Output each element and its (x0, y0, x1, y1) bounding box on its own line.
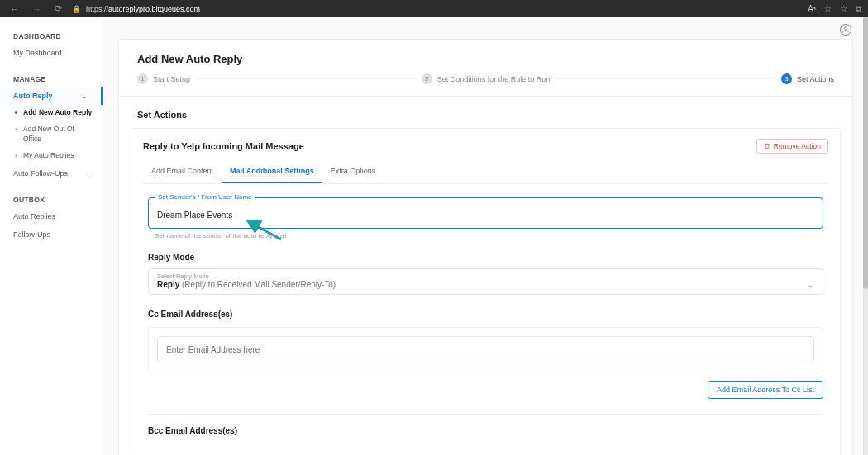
reply-mode-select[interactable]: Select Reply Mode Reply (Reply to Receiv… (148, 268, 823, 295)
step-connector (555, 78, 776, 79)
section-divider (148, 414, 823, 415)
sidebar-sub-add-new-auto-reply[interactable]: Add New Auto Reply (0, 105, 103, 121)
page-title: Add New Auto Reply (119, 40, 852, 73)
step-number: 1 (137, 73, 148, 84)
browser-toolbar: ← → ⟳ 🔒 https://autoreplypro.bitqueues.c… (0, 0, 868, 17)
sidebar-item-auto-reply[interactable]: Auto Reply ⌄ (0, 87, 103, 105)
tab-mail-additional-settings[interactable]: Mail Additional Settings (222, 160, 322, 183)
remove-action-label: Remove Action (774, 142, 821, 150)
remove-action-button[interactable]: Remove Action (756, 139, 828, 154)
trash-icon (764, 143, 770, 149)
collections-icon[interactable]: ⧉ (856, 4, 861, 14)
url-text: https://autoreplypro.bitqueues.com (86, 5, 200, 13)
sidebar-heading-dashboard: DASHBOARD (0, 27, 103, 44)
address-bar[interactable]: 🔒 https://autoreplypro.bitqueues.com (72, 5, 801, 13)
chevron-down-icon: ⌄ (808, 281, 814, 289)
step-label: Start Setup (153, 75, 190, 83)
sidebar-heading-manage: MANAGE (0, 70, 103, 87)
tab-extra-options[interactable]: Extra Options (322, 160, 384, 183)
sidebar-sub-label: Add New Auto Reply (23, 108, 92, 116)
url-domain: autoreplypro.bitqueues.com (108, 5, 200, 13)
sidebar-item-label: Auto Replies (13, 212, 55, 220)
sidebar-item-label: Auto Follow-Ups (13, 169, 68, 178)
forward-icon: → (29, 4, 45, 14)
lock-icon: 🔒 (72, 5, 81, 13)
scrollbar-thumb[interactable] (863, 17, 868, 289)
sidebar-item-my-dashboard[interactable]: My Dashboard (0, 44, 103, 62)
add-cc-button[interactable]: Add Email Address To Cc List (708, 381, 823, 399)
sidebar-sub-label: Add New Out Of Office (23, 125, 74, 143)
sidebar-item-label: Auto Reply (13, 92, 53, 100)
sender-name-field: Set Sender's / From User Name Set name o… (148, 197, 823, 239)
sender-name-input[interactable] (157, 211, 814, 220)
cc-address-box (148, 327, 823, 372)
favorites-star-icon[interactable]: ☆ (824, 4, 832, 13)
page-card: Add New Auto Reply 1 Start Setup 2 Set C… (118, 39, 853, 455)
refresh-icon[interactable]: ⟳ (51, 3, 65, 14)
main-content: Add New Auto Reply 1 Start Setup 2 Set C… (103, 17, 868, 455)
sender-help-text: Set name of the sender of the auto reply… (155, 232, 823, 239)
back-icon[interactable]: ← (7, 4, 22, 14)
sidebar-item-label: Follow-Ups (13, 230, 50, 239)
cc-label: Cc Email Address(es) (148, 310, 823, 319)
cc-email-input[interactable] (157, 336, 814, 363)
sidebar-sub-my-auto-replies[interactable]: My Auto Replies (0, 148, 103, 164)
sidebar-item-label: My Dashboard (13, 49, 62, 57)
tabs: Add Email Content Mail Additional Settin… (143, 160, 828, 184)
step-set-actions[interactable]: 3 Set Actions (781, 73, 834, 84)
step-start-setup[interactable]: 1 Start Setup (137, 73, 190, 84)
step-connector (195, 78, 417, 79)
vertical-scrollbar[interactable] (863, 17, 868, 455)
sidebar-heading-outbox: OUTBOX (0, 191, 103, 207)
step-label: Set Conditions for the Rule to Run (437, 75, 551, 83)
step-label: Set Actions (797, 75, 834, 83)
step-set-conditions[interactable]: 2 Set Conditions for the Rule to Run (422, 73, 551, 84)
sidebar-item-outbox-follow-ups[interactable]: Follow-Ups (0, 225, 103, 244)
browser-right-icons: A˞ ☆ ☆ ⧉ (808, 4, 861, 14)
action-card: Reply to Yelp Incoming Mail Message Remo… (131, 128, 841, 455)
sidebar: DASHBOARD My Dashboard MANAGE Auto Reply… (0, 17, 103, 455)
step-number: 2 (422, 73, 432, 84)
stepper: 1 Start Setup 2 Set Conditions for the R… (119, 73, 852, 97)
action-title: Reply to Yelp Incoming Mail Message (143, 141, 304, 151)
sidebar-sub-label: My Auto Replies (23, 151, 74, 159)
text-size-icon[interactable]: A˞ (808, 4, 816, 13)
step-number: 3 (781, 73, 792, 84)
select-value: Reply (Reply to Received Mail Sender/Rep… (157, 280, 336, 289)
favorites-icon[interactable]: ☆ (840, 4, 847, 13)
sender-input-label: Set Sender's / From User Name (155, 193, 255, 201)
sidebar-item-outbox-auto-replies[interactable]: Auto Replies (0, 207, 103, 225)
chevron-down-icon: ⌄ (82, 92, 88, 100)
section-title: Set Actions (119, 97, 852, 128)
url-scheme: https:// (86, 5, 108, 13)
sidebar-item-auto-follow-ups[interactable]: Auto Follow-Ups › (0, 164, 103, 182)
reply-mode-label: Reply Mode (148, 253, 823, 262)
bcc-label: Bcc Email Address(es) (148, 426, 823, 435)
tab-add-email-content[interactable]: Add Email Content (143, 160, 222, 183)
chevron-right-icon: › (87, 169, 89, 177)
select-floating-label: Select Reply Mode (157, 273, 209, 280)
sender-input-wrapper[interactable]: Set Sender's / From User Name (148, 197, 823, 229)
svg-point-0 (844, 27, 847, 30)
sidebar-sub-add-new-ooo[interactable]: Add New Out Of Office (0, 121, 103, 148)
user-avatar-icon[interactable] (840, 24, 851, 36)
